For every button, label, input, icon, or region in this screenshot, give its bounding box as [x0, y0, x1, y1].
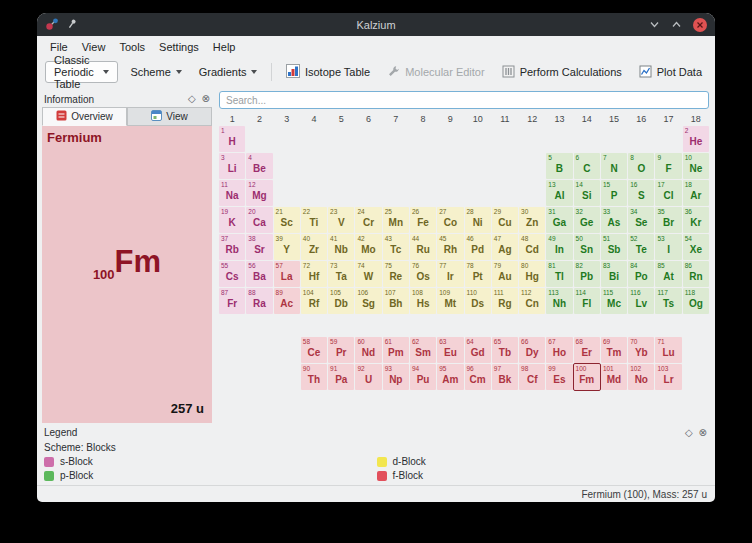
- element-B[interactable]: 5B: [546, 153, 572, 179]
- periodic-table-selector[interactable]: Classic Periodic Table: [45, 61, 118, 83]
- element-Rb[interactable]: 37Rb: [219, 234, 245, 260]
- element-No[interactable]: 102No: [628, 364, 654, 390]
- element-In[interactable]: 49In: [546, 234, 572, 260]
- element-Ir[interactable]: 77Ir: [437, 261, 463, 287]
- element-Cd[interactable]: 48Cd: [519, 234, 545, 260]
- element-Ga[interactable]: 31Ga: [546, 207, 572, 233]
- gradients-button[interactable]: Gradients: [194, 63, 263, 81]
- element-Ag[interactable]: 47Ag: [492, 234, 518, 260]
- menu-item-file[interactable]: File: [43, 39, 75, 55]
- element-Og[interactable]: 118Og: [683, 288, 709, 314]
- perform-calculations-button[interactable]: Perform Calculations: [497, 62, 627, 83]
- element-Be[interactable]: 4Be: [246, 153, 272, 179]
- menu-item-tools[interactable]: Tools: [112, 39, 152, 55]
- element-Ho[interactable]: 67Ho: [546, 337, 572, 363]
- element-Kr[interactable]: 36Kr: [683, 207, 709, 233]
- element-Cm[interactable]: 96Cm: [465, 364, 491, 390]
- tab-overview[interactable]: Overview: [42, 107, 127, 126]
- element-Cs[interactable]: 55Cs: [219, 261, 245, 287]
- element-Pr[interactable]: 59Pr: [328, 337, 354, 363]
- element-Hf[interactable]: 72Hf: [301, 261, 327, 287]
- element-Pd[interactable]: 46Pd: [465, 234, 491, 260]
- isotope-table-button[interactable]: Isotope Table: [281, 61, 375, 83]
- search-input[interactable]: [219, 91, 709, 109]
- element-Ca[interactable]: 20Ca: [246, 207, 272, 233]
- element-C[interactable]: 6C: [574, 153, 600, 179]
- element-Pb[interactable]: 82Pb: [574, 261, 600, 287]
- minimize-icon[interactable]: [649, 19, 660, 30]
- element-W[interactable]: 74W: [355, 261, 381, 287]
- element-Ru[interactable]: 44Ru: [410, 234, 436, 260]
- element-Cf[interactable]: 98Cf: [519, 364, 545, 390]
- menu-item-help[interactable]: Help: [206, 39, 243, 55]
- element-Ce[interactable]: 58Ce: [301, 337, 327, 363]
- element-Ra[interactable]: 88Ra: [246, 288, 272, 314]
- close-panel-icon[interactable]: ⊗: [699, 428, 707, 438]
- element-Sc[interactable]: 21Sc: [274, 207, 300, 233]
- element-Rg[interactable]: 111Rg: [492, 288, 518, 314]
- element-Yb[interactable]: 70Yb: [628, 337, 654, 363]
- element-Xe[interactable]: 54Xe: [683, 234, 709, 260]
- element-Ba[interactable]: 56Ba: [246, 261, 272, 287]
- element-Nb[interactable]: 41Nb: [328, 234, 354, 260]
- element-Pt[interactable]: 78Pt: [465, 261, 491, 287]
- element-Dy[interactable]: 66Dy: [519, 337, 545, 363]
- element-Db[interactable]: 105Db: [328, 288, 354, 314]
- element-Lv[interactable]: 116Lv: [628, 288, 654, 314]
- element-Nh[interactable]: 113Nh: [546, 288, 572, 314]
- element-S[interactable]: 16S: [628, 180, 654, 206]
- element-Mn[interactable]: 25Mn: [383, 207, 409, 233]
- element-Rn[interactable]: 86Rn: [683, 261, 709, 287]
- element-Fe[interactable]: 26Fe: [410, 207, 436, 233]
- scheme-button[interactable]: Scheme: [125, 63, 186, 81]
- element-Bi[interactable]: 83Bi: [601, 261, 627, 287]
- element-Al[interactable]: 13Al: [546, 180, 572, 206]
- element-Ts[interactable]: 117Ts: [655, 288, 681, 314]
- element-Pm[interactable]: 61Pm: [383, 337, 409, 363]
- element-H[interactable]: 1H: [219, 126, 245, 152]
- element-Se[interactable]: 34Se: [628, 207, 654, 233]
- pin-icon[interactable]: [66, 18, 78, 32]
- element-Am[interactable]: 95Am: [437, 364, 463, 390]
- element-Na[interactable]: 11Na: [219, 180, 245, 206]
- element-F[interactable]: 9F: [655, 153, 681, 179]
- element-O[interactable]: 8O: [628, 153, 654, 179]
- element-Tc[interactable]: 43Tc: [383, 234, 409, 260]
- element-N[interactable]: 7N: [601, 153, 627, 179]
- element-Mo[interactable]: 42Mo: [355, 234, 381, 260]
- element-Cu[interactable]: 29Cu: [492, 207, 518, 233]
- element-Ds[interactable]: 110Ds: [465, 288, 491, 314]
- element-Sr[interactable]: 38Sr: [246, 234, 272, 260]
- element-Hg[interactable]: 80Hg: [519, 261, 545, 287]
- element-Fm[interactable]: 100Fm: [574, 364, 600, 390]
- element-As[interactable]: 33As: [601, 207, 627, 233]
- element-Ac[interactable]: 89Ac: [274, 288, 300, 314]
- plot-data-button[interactable]: Plot Data: [634, 62, 707, 83]
- element-Te[interactable]: 52Te: [628, 234, 654, 260]
- element-La[interactable]: 57La: [274, 261, 300, 287]
- element-Cl[interactable]: 17Cl: [655, 180, 681, 206]
- maximize-icon[interactable]: [671, 19, 682, 30]
- close-icon[interactable]: [693, 18, 707, 32]
- element-K[interactable]: 19K: [219, 207, 245, 233]
- element-Fl[interactable]: 114Fl: [574, 288, 600, 314]
- element-Y[interactable]: 39Y: [274, 234, 300, 260]
- element-Si[interactable]: 14Si: [574, 180, 600, 206]
- element-Cr[interactable]: 24Cr: [355, 207, 381, 233]
- menu-item-view[interactable]: View: [75, 39, 113, 55]
- element-Sb[interactable]: 51Sb: [601, 234, 627, 260]
- element-Li[interactable]: 3Li: [219, 153, 245, 179]
- element-Bk[interactable]: 97Bk: [492, 364, 518, 390]
- element-Nd[interactable]: 60Nd: [355, 337, 381, 363]
- element-Lr[interactable]: 103Lr: [655, 364, 681, 390]
- element-Co[interactable]: 27Co: [437, 207, 463, 233]
- element-Tm[interactable]: 69Tm: [601, 337, 627, 363]
- element-Sm[interactable]: 62Sm: [410, 337, 436, 363]
- element-Mg[interactable]: 12Mg: [246, 180, 272, 206]
- float-panel-icon[interactable]: ◇: [188, 94, 196, 104]
- element-Ni[interactable]: 28Ni: [465, 207, 491, 233]
- element-Pa[interactable]: 91Pa: [328, 364, 354, 390]
- element-Fr[interactable]: 87Fr: [219, 288, 245, 314]
- element-Th[interactable]: 90Th: [301, 364, 327, 390]
- element-I[interactable]: 53I: [655, 234, 681, 260]
